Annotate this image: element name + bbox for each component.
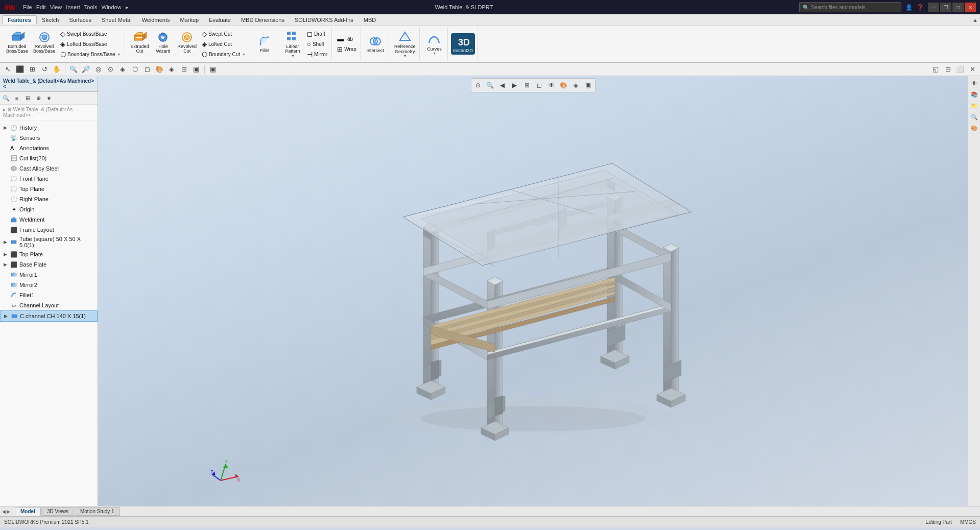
zoom-area[interactable]: ⊞: [27, 64, 38, 75]
split-view[interactable]: ⊟: [942, 64, 953, 75]
zoom-in[interactable]: 🔎: [80, 64, 91, 75]
tree-item-weldment[interactable]: Weldment: [0, 214, 98, 225]
tab-surfaces[interactable]: Surfaces: [64, 16, 97, 24]
collapse-panels[interactable]: ◱: [930, 64, 941, 75]
pan-view[interactable]: ✋: [51, 64, 62, 75]
tree-item-material[interactable]: Cast Alloy Steel: [0, 163, 98, 174]
shell-button[interactable]: ○ Shell: [305, 39, 329, 49]
fullscreen[interactable]: ⬜: [954, 64, 966, 75]
scroll-left-btn[interactable]: ◀: [2, 509, 6, 514]
close-view[interactable]: ✕: [967, 64, 978, 75]
tab-3d-views[interactable]: 3D Views: [41, 507, 74, 516]
restore-button[interactable]: ❐: [940, 3, 951, 12]
tab-sheet-metal[interactable]: Sheet Metal: [97, 16, 137, 24]
tab-solidworks-addins[interactable]: SOLIDWORKS Add-Ins: [290, 16, 358, 24]
display-settings[interactable]: ▣: [207, 64, 219, 75]
select-tool[interactable]: ↖: [2, 64, 13, 75]
revolved-cut-button[interactable]: RevolvedCut: [175, 29, 199, 56]
tree-item-history[interactable]: ▶ 🕐 History: [0, 123, 98, 133]
menu-tools[interactable]: Tools: [84, 4, 98, 10]
tree-item-cut-list[interactable]: Cut list(20): [0, 153, 98, 163]
tab-motion-study[interactable]: Motion Study 1: [75, 507, 120, 516]
rotate-view[interactable]: ↺: [39, 64, 50, 75]
lofted-boss-button[interactable]: ◈ Lofted Boss/Base: [58, 39, 123, 49]
tree-item-annotations[interactable]: A Annotations: [0, 143, 98, 153]
wrap-button[interactable]: ⊞ Wrap: [335, 44, 358, 54]
menu-view[interactable]: View: [50, 4, 62, 10]
hide-lines[interactable]: ◻: [141, 64, 153, 75]
lofted-cut-button[interactable]: ◈ Lofted Cut: [200, 39, 248, 49]
tab-sketch[interactable]: Sketch: [37, 16, 64, 24]
intersect-button[interactable]: Intersect: [364, 33, 387, 55]
3d-viewport[interactable]: ⊙ 🔍 ◀ ▶ ⊞ ◻ 👁 🎨 ◈ ▣: [98, 76, 968, 506]
tree-item-base-plate[interactable]: ▶ ⬛ Base Plate: [0, 259, 98, 270]
user-icon[interactable]: 👤: [905, 4, 913, 11]
tab-features[interactable]: Features: [2, 15, 37, 25]
scene[interactable]: ◈: [166, 64, 177, 75]
tree-item-frame-layout[interactable]: ⬛ Frame Layout: [0, 225, 98, 235]
tab-weldments[interactable]: Weldments: [137, 16, 175, 24]
tree-expand-all[interactable]: ⊞: [22, 93, 33, 103]
boundary-boss-button[interactable]: ⬡ Boundary Boss/Base ▼: [58, 50, 123, 59]
section-view[interactable]: ◎: [92, 64, 104, 75]
rib-button[interactable]: ▬ Rib: [335, 34, 358, 44]
tab-mbd[interactable]: MBD: [358, 16, 381, 24]
display-style[interactable]: ⬡: [129, 64, 140, 75]
extruded-cut-button[interactable]: ExtrudedCut: [128, 29, 151, 56]
hole-wizard-button[interactable]: HoleWizard: [152, 29, 174, 56]
boundary-cut-button[interactable]: ⬡ Boundary Cut ▼: [200, 50, 248, 59]
tree-item-tube-square[interactable]: ▶ Tube (square) 50 X 50 X 5.0(1): [0, 235, 98, 249]
zoom-to-fit-view[interactable]: ⊙: [472, 80, 484, 91]
swept-cut-button[interactable]: ◇ Swept Cut: [200, 29, 248, 39]
section-view-btn[interactable]: ◈: [570, 80, 582, 91]
tab-evaluate[interactable]: Evaluate: [204, 16, 236, 24]
tab-markup[interactable]: Markup: [175, 16, 204, 24]
tree-filter-button[interactable]: 🔍: [1, 93, 11, 103]
instant3d-button[interactable]: 3D Instant3D: [451, 33, 475, 55]
curves-button[interactable]: Curves ▼: [423, 32, 445, 57]
tree-item-top-plate[interactable]: ▶ ⬛ Top Plate: [0, 249, 98, 259]
hide-show[interactable]: 👁: [546, 80, 557, 91]
mirror-button[interactable]: ⊣ Mirror: [305, 50, 329, 59]
realview[interactable]: ⊞: [178, 64, 189, 75]
tab-mbd-dimensions[interactable]: MBD Dimensions: [236, 16, 290, 24]
display-type[interactable]: ◻: [534, 80, 545, 91]
prev-view[interactable]: ◀: [497, 80, 508, 91]
menu-insert[interactable]: Insert: [66, 4, 80, 10]
tree-item-fillet1[interactable]: Fillet1: [0, 290, 98, 300]
tree-favorite[interactable]: ★: [44, 93, 54, 103]
linear-pattern-button[interactable]: LinearPattern ▼: [281, 29, 304, 59]
tree-collapse-all[interactable]: ≡: [12, 93, 22, 103]
fillet-button[interactable]: Fillet: [253, 33, 276, 55]
next-view[interactable]: ▶: [509, 80, 520, 91]
extruded-boss-button[interactable]: ExtrudedBoss/Base: [4, 29, 30, 56]
tree-item-origin[interactable]: ✦ Origin: [0, 204, 98, 214]
appearance-view[interactable]: 🎨: [558, 80, 569, 91]
zoom-region-view[interactable]: 🔍: [485, 80, 496, 91]
minimize-button[interactable]: —: [928, 3, 939, 12]
draft-button[interactable]: ◻ Draft: [305, 29, 329, 39]
3d-view-tool[interactable]: 🔍: [68, 64, 79, 75]
tree-item-top-plane[interactable]: Top Plane: [0, 184, 98, 194]
scroll-right-btn[interactable]: ▶: [7, 509, 10, 514]
tree-item-mirror2[interactable]: Mirror2: [0, 280, 98, 290]
tree-add[interactable]: ⊕: [33, 93, 43, 103]
tree-item-c-channel[interactable]: ▶ C channel CH 140 X 15(1): [0, 310, 98, 322]
help-icon[interactable]: ❓: [917, 4, 924, 11]
tree-item-front-plane[interactable]: Front Plane: [0, 174, 98, 184]
menu-edit[interactable]: Edit: [36, 4, 46, 10]
revolved-boss-button[interactable]: RevolvedBoss/Base: [31, 29, 57, 56]
tab-model[interactable]: Model: [15, 507, 41, 516]
menu-window[interactable]: Window: [102, 4, 122, 10]
close-button[interactable]: ✕: [965, 3, 976, 12]
shadows[interactable]: ▣: [190, 64, 202, 75]
tree-item-sensors[interactable]: 📡 Sensors: [0, 133, 98, 143]
tree-item-right-plane[interactable]: Right Plane: [0, 194, 98, 204]
maximize-button[interactable]: □: [952, 3, 964, 12]
swept-boss-button[interactable]: ◇ Swept Boss/Base: [58, 29, 123, 39]
dynamic-annotation[interactable]: ⊙: [105, 64, 116, 75]
tree-item-channel-layout[interactable]: ▱ Channel Layout: [0, 300, 98, 310]
tree-item-mirror1[interactable]: Mirror1: [0, 270, 98, 280]
zoom-to-fit[interactable]: ⬛: [14, 64, 26, 75]
menu-file[interactable]: File: [23, 4, 32, 10]
